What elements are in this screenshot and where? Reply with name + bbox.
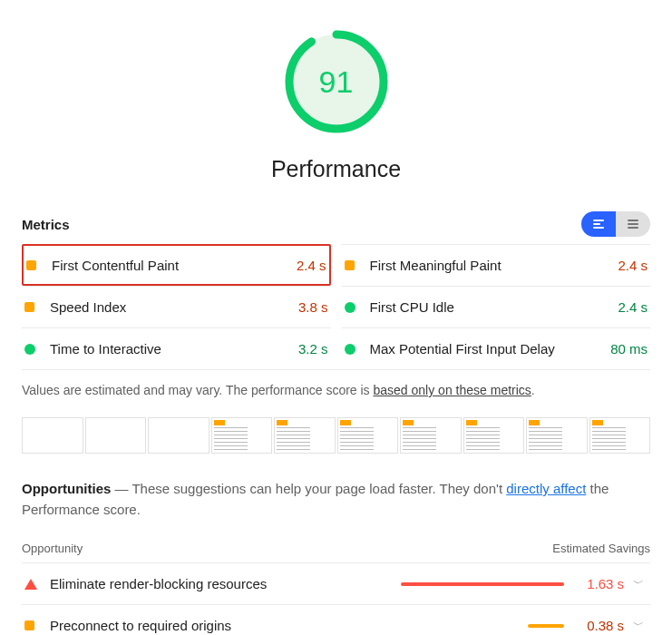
savings-col-header: Estimated Savings [552,542,650,555]
toggle-expanded-view[interactable] [616,211,650,237]
metric-row[interactable]: First CPU Idle2.4 s [342,286,651,327]
metric-label: First Meaningful Paint [370,258,609,273]
metric-label: First CPU Idle [370,299,609,315]
view-toggle [581,211,650,237]
opportunity-label: Preconnect to required origins [50,618,374,633]
triangle-warning-icon [24,579,37,590]
metric-value: 80 ms [610,341,648,357]
metric-value: 2.4 s [618,299,648,315]
metric-label: Max Potential First Input Delay [370,341,602,357]
savings-bar [528,624,564,628]
filmstrip-frame[interactable] [211,417,273,454]
status-indicator-icon [26,260,36,270]
status-indicator-icon [24,344,35,355]
opportunity-col-header: Opportunity [22,542,83,555]
filmstrip-frame[interactable] [463,417,525,454]
chevron-down-icon[interactable]: ﹀ [633,618,648,633]
filmstrip-frame[interactable] [337,417,399,454]
savings-bar [401,582,564,586]
savings-value: 1.63 s [573,576,624,591]
performance-gauge: 91 [282,27,391,136]
metric-value: 2.4 s [618,258,648,273]
metric-value: 3.2 s [298,341,328,357]
status-indicator-icon [345,302,355,313]
filmstrip-frame[interactable] [85,417,147,454]
disclaimer-link[interactable]: based only on these metrics [374,383,531,397]
filmstrip-frame[interactable] [526,417,588,454]
metric-row[interactable]: First Contentful Paint2.4 s [22,244,331,286]
opportunities-intro-link[interactable]: directly affect [506,481,586,496]
metric-row[interactable]: Speed Index3.8 s [22,286,331,327]
chevron-down-icon[interactable]: ﹀ [633,576,648,591]
metric-value: 2.4 s [297,258,326,273]
gauge-score: 91 [282,27,391,136]
toggle-compact-view[interactable] [581,211,616,237]
savings-value: 0.38 s [573,618,624,633]
opportunity-row[interactable]: Eliminate render-blocking resources1.63 … [22,563,650,605]
filmstrip-frame[interactable] [589,417,651,454]
metric-row[interactable]: Max Potential First Input Delay80 ms [342,327,651,369]
opportunity-row[interactable]: Preconnect to required origins0.38 s﹀ [22,605,650,635]
page-title: Performance [22,156,650,182]
compact-view-icon [593,220,604,229]
opportunities-intro: Opportunities — These suggestions can he… [22,479,650,520]
filmstrip-frame[interactable] [148,417,209,454]
metric-value: 3.8 s [298,299,328,315]
square-warning-icon [24,620,34,630]
filmstrip-frame[interactable] [274,417,336,454]
metrics-disclaimer: Values are estimated and may vary. The p… [22,369,650,417]
metric-label: Time to Interactive [50,341,289,357]
filmstrip [22,417,650,454]
status-indicator-icon [345,344,355,355]
metrics-heading: Metrics [22,217,70,232]
metric-label: Speed Index [50,299,289,315]
filmstrip-frame[interactable] [400,417,462,454]
filmstrip-frame[interactable] [22,417,83,454]
opportunity-label: Eliminate render-blocking resources [50,576,374,591]
status-indicator-icon [24,302,34,312]
metric-row[interactable]: Time to Interactive3.2 s [22,327,331,369]
expanded-view-icon [628,220,638,229]
status-indicator-icon [345,260,355,270]
metric-label: First Contentful Paint [52,258,287,273]
metric-row[interactable]: First Meaningful Paint2.4 s [342,244,651,286]
